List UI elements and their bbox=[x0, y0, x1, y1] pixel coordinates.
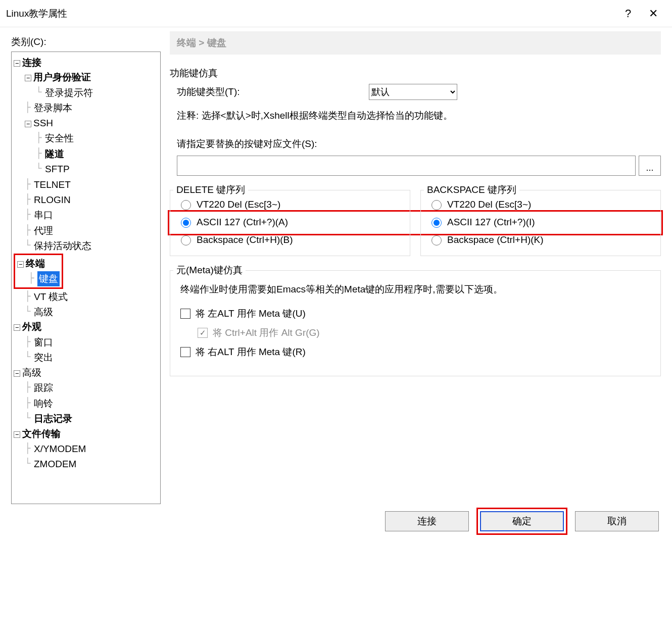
left-alt-label: 将 左ALT 用作 Meta 键(U) bbox=[196, 307, 306, 320]
tree-item-logging[interactable]: 日志记录 bbox=[34, 413, 72, 424]
dialog-title: Linux教学属性 bbox=[6, 7, 615, 20]
tree-item-connection[interactable]: 连接 bbox=[22, 57, 41, 68]
cancel-button[interactable]: 取消 bbox=[575, 511, 659, 531]
backspace-key-group: BACKSPACE 键序列 VT220 Del (Esc[3~) ASCII 1… bbox=[420, 190, 661, 256]
tree-item-sftp[interactable]: SFTP bbox=[45, 164, 70, 174]
breadcrumb: 终端 > 键盘 bbox=[170, 31, 661, 55]
tree-toggle[interactable]: − bbox=[17, 261, 24, 268]
connect-button[interactable]: 连接 bbox=[385, 511, 469, 531]
tree-toggle[interactable]: − bbox=[14, 431, 20, 438]
tree-item-bell[interactable]: 响铃 bbox=[34, 398, 53, 409]
right-alt-checkbox[interactable] bbox=[180, 347, 190, 357]
keymap-file-input[interactable] bbox=[177, 156, 636, 176]
backspace-opt-vt220[interactable]: VT220 Del (Esc[3~) bbox=[428, 195, 653, 213]
tree-item-serial[interactable]: 串口 bbox=[34, 210, 53, 220]
delete-key-group: DELETE 键序列 VT220 Del (Esc[3~) ASCII 127 … bbox=[170, 190, 410, 256]
category-tree[interactable]: −连接 −用户身份验证 └登录提示符 ├登录脚本 −SSH ├安全性 ├隧道 └… bbox=[11, 52, 161, 504]
tree-item-keepalive[interactable]: 保持活动状态 bbox=[34, 240, 91, 251]
funckey-type-select[interactable]: 默认 bbox=[369, 84, 457, 100]
tree-toggle[interactable]: − bbox=[14, 324, 20, 331]
right-alt-label: 将 右ALT 用作 Meta 键(R) bbox=[196, 345, 306, 359]
tree-item-auth[interactable]: 用户身份验证 bbox=[33, 72, 91, 82]
tree-item-terminal[interactable]: 终端 bbox=[26, 258, 45, 269]
tree-item-ssh[interactable]: SSH bbox=[33, 118, 53, 128]
delete-opt-ascii127[interactable]: ASCII 127 (Ctrl+?)(A) bbox=[177, 213, 403, 231]
tree-item-rlogin[interactable]: RLOGIN bbox=[34, 194, 71, 205]
tree-item-highlight[interactable]: 突出 bbox=[34, 352, 53, 363]
tree-item-vtmode[interactable]: VT 模式 bbox=[34, 291, 68, 302]
funckey-section-title: 功能键仿真 bbox=[170, 67, 661, 80]
category-label: 类别(C): bbox=[11, 35, 161, 48]
backspace-opt-backspace[interactable]: Backspace (Ctrl+H)(K) bbox=[428, 231, 653, 249]
meta-group-title: 元(Meta)键仿真 bbox=[173, 264, 246, 277]
left-alt-checkbox[interactable] bbox=[180, 309, 190, 319]
funckey-type-label: 功能键类型(T): bbox=[177, 85, 369, 98]
tree-item-window[interactable]: 窗口 bbox=[34, 337, 53, 348]
tree-item-advanced-terminal[interactable]: 高级 bbox=[34, 307, 53, 317]
meta-description: 终端作业时使用需要如Emacs等相关的Meta键的应用程序时,需要以下选项。 bbox=[180, 283, 653, 296]
tree-item-login-prompt[interactable]: 登录提示符 bbox=[45, 87, 93, 98]
tree-item-trace[interactable]: 跟踪 bbox=[34, 382, 53, 393]
tree-item-filetransfer[interactable]: 文件传输 bbox=[22, 428, 61, 439]
tree-item-proxy[interactable]: 代理 bbox=[34, 225, 53, 236]
delete-opt-backspace[interactable]: Backspace (Ctrl+H)(B) bbox=[177, 231, 403, 249]
close-icon[interactable]: ✕ bbox=[641, 7, 666, 20]
tree-toggle[interactable]: − bbox=[14, 60, 20, 67]
help-icon[interactable]: ? bbox=[615, 7, 641, 20]
tree-item-keyboard[interactable]: 键盘 bbox=[37, 271, 60, 286]
tree-item-advanced[interactable]: 高级 bbox=[22, 367, 41, 378]
ctrl-alt-checkbox: ✓ bbox=[198, 328, 208, 338]
tree-item-appearance[interactable]: 外观 bbox=[22, 321, 41, 332]
ctrl-alt-label: 将 Ctrl+Alt 用作 Alt Gr(G) bbox=[213, 326, 320, 339]
tree-toggle[interactable]: − bbox=[25, 121, 31, 127]
tree-toggle[interactable]: − bbox=[14, 370, 20, 377]
keymap-file-label: 请指定要替换的按键对应文件(S): bbox=[177, 137, 661, 151]
keymap-browse-button[interactable]: ... bbox=[639, 156, 661, 176]
tree-toggle[interactable]: − bbox=[25, 75, 31, 81]
tree-item-tunnel[interactable]: 隧道 bbox=[45, 148, 64, 159]
backspace-opt-ascii127[interactable]: ASCII 127 (Ctrl+?)(I) bbox=[428, 213, 653, 231]
tree-item-security[interactable]: 安全性 bbox=[45, 133, 74, 143]
tree-item-login-script[interactable]: 登录脚本 bbox=[34, 103, 72, 113]
tree-item-zmodem[interactable]: ZMODEM bbox=[34, 459, 76, 469]
funckey-note: 注释: 选择<默认>时,Xshell根据终端类型自动选择恰当的功能键。 bbox=[177, 109, 661, 122]
tree-item-telnet[interactable]: TELNET bbox=[34, 179, 71, 190]
meta-key-group: 元(Meta)键仿真 终端作业时使用需要如Emacs等相关的Meta键的应用程序… bbox=[170, 270, 661, 376]
tree-item-xymodem[interactable]: X/YMODEM bbox=[34, 443, 86, 454]
delete-opt-vt220[interactable]: VT220 Del (Esc[3~) bbox=[177, 195, 403, 213]
delete-group-title: DELETE 键序列 bbox=[173, 183, 248, 196]
backspace-group-title: BACKSPACE 键序列 bbox=[424, 183, 519, 196]
ok-button[interactable]: 确定 bbox=[480, 511, 564, 531]
